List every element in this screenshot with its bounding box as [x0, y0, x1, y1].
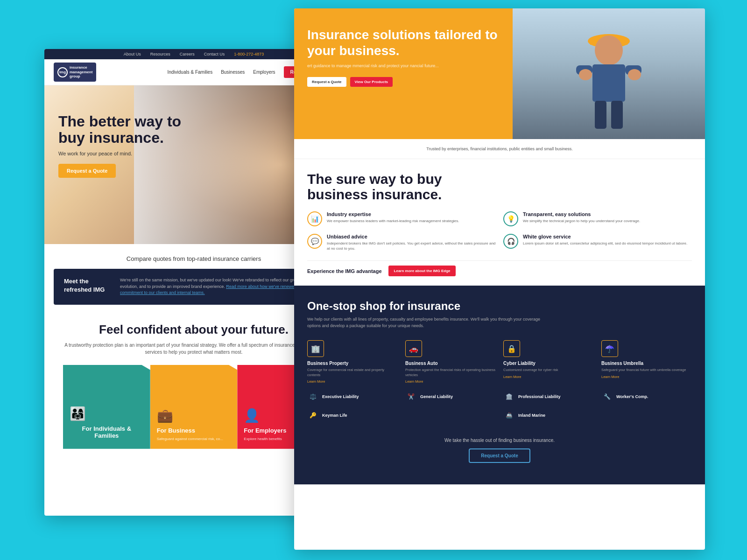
confident-body: A trustworthy protection plan is an impo…: [63, 342, 324, 356]
hero-text-block: The better way to buy insurance. We work…: [58, 113, 189, 178]
umbrella-learn[interactable]: Learn More: [601, 375, 692, 379]
nav-individuals[interactable]: Individuals & Families: [167, 70, 212, 75]
one-stop-subtitle: We help our clients with all lines of pr…: [307, 316, 541, 329]
compare-text: Compare quotes from top-rated insurance …: [54, 255, 334, 262]
expertise-icon: 📊: [307, 211, 322, 226]
svg-rect-9: [611, 101, 623, 129]
logo: img insurancemanagementgroup: [54, 63, 96, 82]
cat-card-business[interactable]: 💼 For Business Safeguard against commerc…: [150, 365, 238, 449]
hero-title: The better way to buy insurance.: [58, 113, 189, 146]
unbiased-icon: 💬: [307, 234, 322, 249]
transparent-desc: We simplify the technical jargon to help…: [523, 218, 640, 224]
white-glove-icon: 🎧: [503, 234, 518, 249]
exec-liability-title: Executive Liability: [322, 394, 359, 399]
right-hero-orange: Insurance solutions tailored to your bus…: [294, 8, 513, 139]
about-us-link[interactable]: About Us: [124, 52, 141, 56]
business-property-title: Business Property: [307, 361, 398, 366]
svg-rect-3: [592, 64, 625, 102]
construction-worker-image: [513, 8, 705, 139]
advantage-label: Experience the IMG advantage: [307, 268, 382, 274]
individuals-title: For Individuals & Families: [70, 425, 144, 440]
professional-liability-title: Professional Liability: [518, 394, 561, 399]
hero-quote-button[interactable]: Request a Quote: [58, 164, 116, 178]
general-liability-icon: ✂️: [405, 391, 416, 402]
ins-business-property: 🏢 Business Property Coverage for commerc…: [307, 340, 398, 384]
individuals-icon: 👨‍👩‍👧: [70, 406, 86, 421]
unbiased-title: Unbiased advice: [327, 234, 496, 239]
general-liability-title: General Liability: [420, 394, 453, 399]
svg-point-7: [628, 69, 641, 80]
feature-white-glove: 🎧 White glove service Lorem ipsum dolor …: [503, 234, 692, 251]
cyber-icon: 🔒: [503, 340, 520, 357]
nav-employers[interactable]: Employers: [253, 70, 275, 75]
business-title: For Business: [157, 427, 195, 434]
features-grid: 📊 Industry expertise We empower business…: [307, 211, 692, 251]
sure-way-section: The sure way to buy business insurance. …: [294, 159, 705, 286]
business-auto-desc: Protection against the financial risks o…: [405, 368, 496, 378]
business-property-learn[interactable]: Learn More: [307, 379, 398, 384]
careers-link[interactable]: Careers: [180, 52, 195, 56]
transparent-icon: 💡: [503, 211, 518, 226]
right-hero-photo: [513, 8, 705, 139]
right-browser: Insurance solutions tailored to your bus…: [294, 8, 705, 550]
ins-workers-comp: 🔧 Worker's Comp.: [601, 391, 692, 402]
insurance-grid-row1: 🏢 Business Property Coverage for commerc…: [307, 340, 692, 384]
business-auto-learn[interactable]: Learn More: [405, 379, 496, 384]
umbrella-desc: Safeguard your financial future with umb…: [601, 368, 692, 373]
meet-img-banner: Meet the refreshed IMG We're still on th…: [54, 269, 334, 305]
ins-cyber: 🔒 Cyber Liability Customized coverage fo…: [503, 340, 594, 384]
keyman-icon: 🔑: [307, 410, 318, 421]
one-stop-section: One-stop shop for insurance We help our …: [294, 286, 705, 484]
svg-rect-8: [595, 101, 606, 129]
right-hero-btn1[interactable]: Request a Quote: [307, 77, 346, 87]
feature-unbiased: 💬 Unbiased advice Independent brokers li…: [307, 234, 496, 251]
right-hero-buttons: Request a Quote View Our Products: [307, 77, 500, 87]
cat-card-individuals[interactable]: 👨‍👩‍👧 For Individuals & Families: [63, 365, 150, 449]
employers-sub: Explore health benefits: [244, 436, 282, 441]
ins-umbrella: ☂️ Business Umbrella Safeguard your fina…: [601, 340, 692, 384]
unbiased-desc: Independent brokers like IMG don't sell …: [327, 241, 496, 251]
feature-transparent: 💡 Transparent, easy solutions We simplif…: [503, 211, 692, 226]
workers-comp-icon: 🔧: [601, 391, 613, 402]
contact-link[interactable]: Contact Us: [204, 52, 225, 56]
employers-icon: 👤: [244, 408, 260, 423]
cyber-desc: Customized coverage for cyber risk: [503, 368, 594, 373]
keyman-title: Keyman Life: [322, 413, 347, 418]
hassle-quote-button[interactable]: Request a Quote: [469, 448, 530, 463]
expertise-text: Industry expertise We empower business l…: [327, 211, 459, 224]
hero-subtitle: We work for your peace of mind.: [58, 151, 189, 156]
insurance-grid-row2: ⚖️ Executive Liability ✂️ General Liabil…: [307, 391, 692, 402]
business-property-icon: 🏢: [307, 340, 324, 357]
img-advantage: Experience the IMG advantage Learn more …: [307, 260, 692, 276]
advantage-button[interactable]: Learn more about the IMG Edge: [388, 266, 456, 276]
meet-img-title: Meet the refreshed IMG: [64, 277, 111, 294]
white-glove-desc: Lorem ipsum dolor sit amet, consectetur …: [523, 241, 687, 246]
white-glove-text: White glove service Lorem ipsum dolor si…: [523, 234, 687, 246]
business-property-desc: Coverage for commercial real estate and …: [307, 368, 398, 378]
workers-comp-title: Worker's Comp.: [616, 394, 648, 399]
expertise-desc: We empower business leaders with market-…: [327, 218, 459, 224]
cyber-learn[interactable]: Learn More: [503, 375, 594, 379]
ins-keyman: 🔑 Keyman Life: [307, 410, 496, 421]
expertise-title: Industry expertise: [327, 211, 459, 217]
trusted-bar: Trusted by enterprises, financial instit…: [294, 139, 705, 159]
feature-expertise: 📊 Industry expertise We empower business…: [307, 211, 496, 226]
unbiased-text: Unbiased advice Independent brokers like…: [327, 234, 496, 251]
resources-link[interactable]: Resources: [150, 52, 170, 56]
trusted-text: Trusted by enterprises, financial instit…: [307, 147, 692, 151]
umbrella-title: Business Umbrella: [601, 361, 692, 366]
one-stop-title: One-stop shop for insurance: [307, 300, 692, 313]
right-hero-section: Insurance solutions tailored to your bus…: [294, 8, 705, 139]
nav-businesses[interactable]: Businesses: [221, 70, 245, 75]
hassle-text: We take the hassle out of finding busine…: [307, 438, 692, 443]
white-glove-title: White glove service: [523, 234, 687, 239]
inland-marine-icon: 🚢: [503, 410, 514, 421]
phone-number: 1-800-272-4873: [234, 52, 264, 56]
cyber-title: Cyber Liability: [503, 361, 594, 366]
right-hero-body: ert guidance to manage mmercial risk and…: [307, 63, 500, 70]
umbrella-icon: ☂️: [601, 340, 618, 357]
right-hero-btn2[interactable]: View Our Products: [350, 77, 393, 87]
inland-marine-title: Inland Marine: [518, 413, 545, 418]
business-sub: Safeguard against commercial risk, co...: [157, 436, 223, 441]
confident-title: Feel confident about your future.: [63, 322, 324, 337]
